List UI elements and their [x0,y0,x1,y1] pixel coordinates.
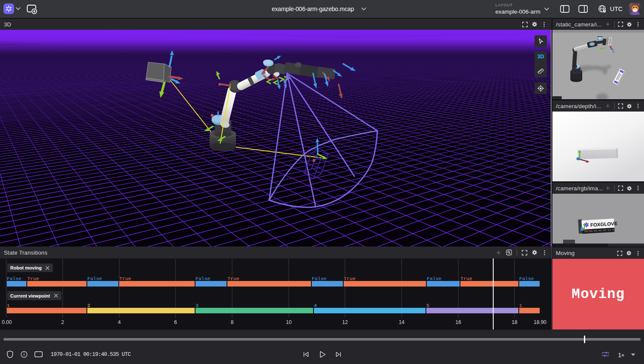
svg-text:4: 4 [314,303,317,308]
svg-text:8: 8 [231,319,234,325]
svg-text:False: False [427,276,442,281]
svg-text:False: False [196,276,210,281]
svg-text:True: True [119,276,131,281]
svg-text:False: False [519,276,534,281]
svg-text:False: False [312,276,327,281]
svg-text:3: 3 [196,303,198,308]
svg-text:18.90: 18.90 [534,319,546,325]
svg-text:2: 2 [61,319,64,325]
svg-text:1: 1 [519,303,522,308]
svg-text:10: 10 [286,319,292,325]
svg-text:12: 12 [342,319,348,325]
svg-text:0.00: 0.00 [2,319,12,325]
svg-text:True: True [460,276,472,281]
svg-text:False: False [87,276,102,281]
svg-text:14: 14 [399,319,405,325]
svg-text:2: 2 [87,303,90,308]
svg-text:16: 16 [455,319,461,325]
svg-text:False: False [7,276,22,281]
svg-text:1: 1 [7,303,10,308]
svg-text:True: True [344,276,356,281]
svg-text:True: True [27,276,39,281]
svg-text:True: True [227,276,239,281]
svg-text:18: 18 [512,319,518,325]
svg-text:6: 6 [174,319,177,325]
svg-text:5: 5 [426,303,429,308]
svg-text:4: 4 [118,319,121,325]
